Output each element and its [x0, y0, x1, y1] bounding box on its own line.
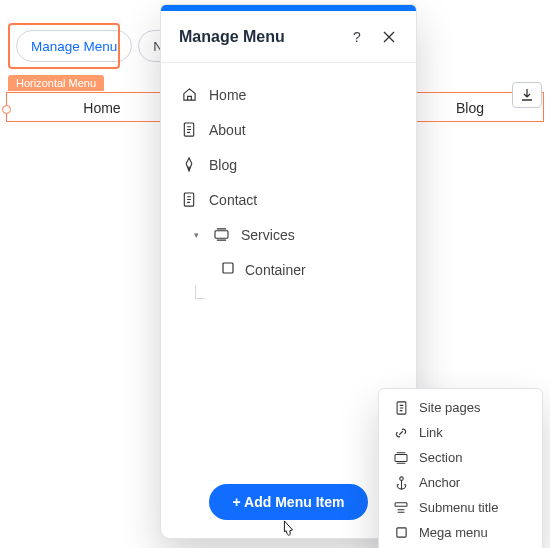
square-icon — [221, 261, 235, 278]
anchor-icon — [393, 475, 409, 491]
svg-rect-2 — [215, 231, 228, 238]
help-button[interactable]: ? — [348, 28, 366, 46]
menu-row-label: Contact — [209, 192, 257, 208]
menu-item-label: Home — [83, 100, 120, 116]
popup-item-label: Mega menu — [419, 525, 488, 540]
pen-icon — [181, 157, 197, 173]
menu-row-services[interactable]: ▾ Services — [161, 217, 416, 252]
chevron-down-icon: ▾ — [191, 230, 201, 240]
help-icon: ? — [353, 29, 361, 45]
manage-menu-pill-label: Manage Menu — [31, 39, 117, 54]
add-menu-item-label: + Add Menu Item — [233, 494, 345, 510]
popup-item-label: Site pages — [419, 400, 480, 415]
link-icon — [393, 425, 409, 441]
element-badge: Horizontal Menu — [8, 75, 104, 91]
menu-row-label: Services — [241, 227, 295, 243]
resize-handle[interactable] — [2, 105, 11, 114]
svg-rect-7 — [395, 502, 407, 505]
home-icon — [181, 87, 197, 103]
popup-item-submenu[interactable]: Submenu title — [379, 495, 542, 520]
manage-menu-pill[interactable]: Manage Menu — [16, 30, 132, 62]
popup-item-anchor[interactable]: Anchor — [379, 470, 542, 495]
menu-row-home[interactable]: Home — [161, 77, 416, 112]
menu-row-label: Home — [209, 87, 246, 103]
popup-item-link[interactable]: Link — [379, 420, 542, 445]
add-item-popup: Site pages Link Section Anchor Submenu t… — [378, 388, 543, 548]
menu-row-label: About — [209, 122, 246, 138]
popup-item-label: Link — [419, 425, 443, 440]
svg-rect-8 — [396, 528, 405, 537]
page-icon — [181, 122, 197, 138]
menu-row-label: Blog — [209, 157, 237, 173]
download-button[interactable] — [512, 82, 542, 108]
menu-subrow-container[interactable]: Container — [161, 252, 416, 287]
add-menu-item-button[interactable]: + Add Menu Item — [209, 484, 369, 520]
svg-rect-5 — [395, 454, 407, 461]
menu-row-blog[interactable]: Blog — [161, 147, 416, 182]
element-badge-label: Horizontal Menu — [16, 77, 96, 89]
popup-item-mega-menu[interactable]: Mega menu — [379, 520, 542, 545]
svg-point-6 — [399, 476, 403, 480]
close-button[interactable] — [380, 28, 398, 46]
section-icon — [213, 227, 229, 243]
menu-row-label: Container — [245, 262, 306, 278]
popup-item-label: Anchor — [419, 475, 460, 490]
popup-item-label: Submenu title — [419, 500, 499, 515]
page-icon — [393, 400, 409, 416]
menu-item-label: Blog — [456, 100, 484, 116]
menu-row-about[interactable]: About — [161, 112, 416, 147]
svg-rect-3 — [223, 263, 233, 273]
popup-item-label: Section — [419, 450, 462, 465]
menu-item-home[interactable]: Home — [47, 93, 157, 123]
menu-item-blog[interactable]: Blog — [435, 93, 505, 123]
popup-item-site-pages[interactable]: Site pages — [379, 395, 542, 420]
panel-header: Manage Menu ? — [161, 11, 416, 63]
close-icon — [383, 31, 395, 43]
square-icon — [393, 525, 409, 541]
download-icon — [520, 88, 534, 102]
menu-row-contact[interactable]: Contact — [161, 182, 416, 217]
popup-item-section[interactable]: Section — [379, 445, 542, 470]
submenu-icon — [393, 500, 409, 516]
panel-title: Manage Menu — [179, 28, 334, 46]
section-icon — [393, 450, 409, 466]
page-icon — [181, 192, 197, 208]
